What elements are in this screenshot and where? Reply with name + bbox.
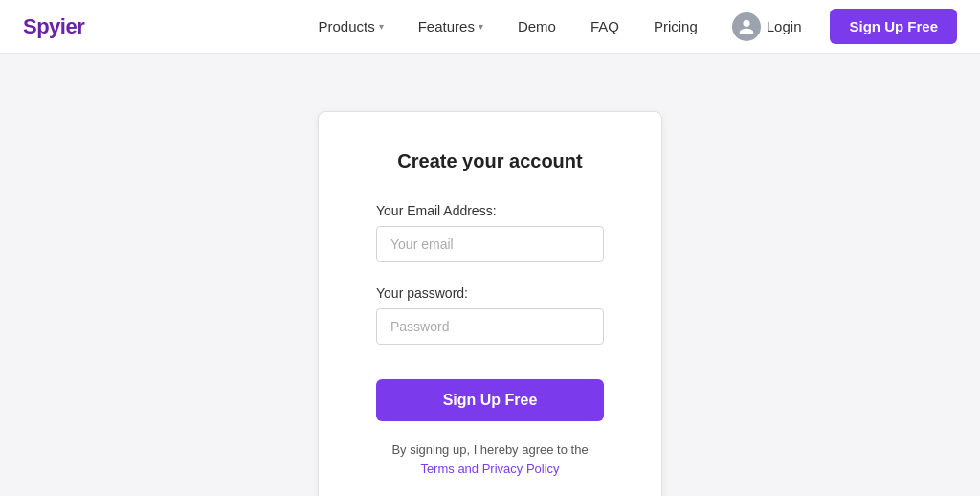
nav-pricing[interactable]: Pricing [640, 11, 711, 42]
nav-faq-label: FAQ [590, 18, 619, 34]
chevron-down-icon: ▾ [379, 21, 384, 32]
nav-faq[interactable]: FAQ [577, 11, 633, 42]
login-label: Login [767, 18, 802, 34]
email-label: Your Email Address: [376, 203, 604, 218]
nav-products-label: Products [318, 18, 374, 34]
nav-login[interactable]: Login [719, 5, 815, 49]
terms-link[interactable]: Terms and Privacy Policy [420, 462, 559, 476]
password-group: Your password: [376, 285, 604, 345]
email-group: Your Email Address: [376, 203, 604, 262]
password-label: Your password: [376, 285, 604, 301]
signup-button[interactable]: Sign Up Free [376, 379, 604, 421]
card-title: Create your account [376, 150, 604, 172]
nav-products[interactable]: Products ▾ [304, 11, 396, 42]
password-input[interactable] [376, 308, 604, 345]
header: Spyier Products ▾ Features ▾ Demo FAQ Pr… [0, 0, 980, 54]
nav-features-label: Features [418, 18, 475, 34]
main-nav: Products ▾ Features ▾ Demo FAQ Pricing L… [304, 5, 957, 49]
user-icon [732, 12, 761, 41]
terms-text: By signing up, I hereby agree to the Ter… [376, 440, 604, 478]
chevron-down-icon: ▾ [479, 21, 483, 32]
nav-demo[interactable]: Demo [504, 11, 569, 42]
terms-prefix: By signing up, I hereby agree to the [391, 442, 588, 457]
email-input[interactable] [376, 226, 604, 262]
header-signup-button[interactable]: Sign Up Free [830, 9, 957, 44]
nav-features[interactable]: Features ▾ [405, 11, 497, 42]
signup-card: Create your account Your Email Address: … [318, 111, 662, 496]
nav-pricing-label: Pricing [654, 18, 698, 34]
main-content: Create your account Your Email Address: … [0, 54, 980, 496]
nav-demo-label: Demo [518, 18, 556, 34]
logo: Spyier [23, 14, 84, 39]
